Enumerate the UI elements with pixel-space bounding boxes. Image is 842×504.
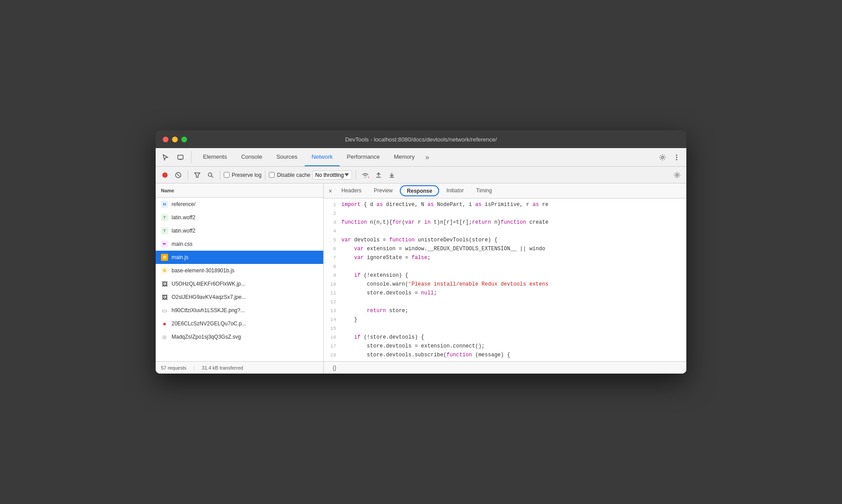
code-line: 10 console.warn('Please install/enable R…	[324, 280, 686, 289]
device-icon[interactable]	[174, 151, 187, 164]
format-button[interactable]: {}	[329, 364, 340, 371]
code-line: 13 return store;	[324, 306, 686, 315]
tab-network[interactable]: Network	[305, 148, 340, 166]
tab-response[interactable]: Response	[400, 185, 439, 196]
code-line: 17 store.devtools = extension.connect();	[324, 342, 686, 351]
file-item[interactable]: 🖼 O2slJEHG9avKV4aqzSx7.jpe...	[156, 290, 323, 304]
tab-elements[interactable]: Elements	[196, 148, 234, 166]
nav-tools	[159, 151, 191, 164]
maximize-button[interactable]	[181, 137, 187, 142]
tab-timing[interactable]: Timing	[470, 183, 498, 198]
main-panel: Name H reference/ T latin.woff2 T	[156, 183, 686, 374]
nav-right-icons	[656, 151, 683, 164]
network-conditions-icon[interactable]	[360, 169, 371, 181]
record-button[interactable]	[159, 169, 171, 181]
file-item[interactable]: H reference/	[156, 198, 323, 211]
code-line: 18 store.devtools.subscribe(function (me…	[324, 351, 686, 359]
response-footer: {}	[324, 361, 686, 374]
file-type-icon: 🖼	[161, 280, 168, 287]
transferred-size: 31.4 kB transferred	[202, 365, 243, 370]
file-type-icon: ⚙	[161, 267, 168, 274]
file-type-icon: ●	[161, 320, 168, 327]
svg-point-10	[208, 173, 212, 176]
code-line: 8	[324, 262, 686, 271]
tab-console[interactable]: Console	[234, 148, 269, 166]
file-item[interactable]: ● 20E6CLcSzNV2GELQu7oC.p...	[156, 317, 323, 330]
main-tabs: Elements Console Sources Network Perform…	[196, 148, 656, 166]
file-item[interactable]: 🖼 U5OHzQL4tEKFr6OFlxWK.jp...	[156, 277, 323, 290]
devtools-body: Elements Console Sources Network Perform…	[156, 148, 686, 374]
import-har-button[interactable]	[373, 169, 384, 181]
code-line: 11 store.devtools = null;	[324, 289, 686, 298]
close-button[interactable]	[163, 137, 168, 142]
file-item[interactable]: T latin.woff2	[156, 211, 323, 224]
close-response-tab[interactable]: ×	[325, 186, 335, 196]
code-line: 12	[324, 298, 686, 306]
toolbar-sep-3	[265, 170, 265, 180]
more-tabs-button[interactable]: »	[422, 148, 433, 166]
disable-cache-checkbox[interactable]	[269, 172, 275, 178]
file-item[interactable]: ◎ MadqZsIZpo1sj3qQ3GsZ.svg	[156, 330, 323, 344]
window-title: DevTools - localhost:8080/docs/devtools/…	[345, 136, 497, 143]
tab-headers[interactable]: Headers	[335, 183, 367, 198]
code-line: 16 if (!store.devtools) {	[324, 333, 686, 342]
file-item[interactable]: ⚙ base-element-3018901b.js	[156, 264, 323, 277]
toolbar-sep-1	[188, 170, 188, 180]
code-area: 1 import { d as directive, N as NodePart…	[324, 199, 686, 361]
clear-button[interactable]	[172, 169, 184, 181]
preserve-log-label[interactable]: Preserve log	[224, 172, 261, 178]
svg-rect-0	[178, 155, 183, 159]
svg-marker-9	[195, 173, 200, 177]
file-item-active[interactable]: ⚙ main.js	[156, 251, 323, 264]
tab-initiator[interactable]: Initiator	[440, 183, 470, 198]
throttle-dropdown[interactable]: No throttling	[312, 171, 352, 179]
filter-button[interactable]	[191, 169, 203, 181]
response-panel: × Headers Preview Response Initiator Tim…	[324, 183, 686, 374]
svg-marker-12	[344, 173, 349, 176]
cursor-icon[interactable]	[159, 151, 172, 164]
disable-cache-label[interactable]: Disable cache	[269, 172, 310, 178]
network-settings-icon[interactable]	[671, 169, 683, 181]
code-line: 15	[324, 324, 686, 333]
file-list-header: Name	[156, 183, 323, 198]
devtools-window: DevTools - localhost:8080/docs/devtools/…	[156, 130, 686, 374]
svg-point-18	[676, 174, 678, 176]
file-type-icon: ▭	[161, 307, 168, 314]
network-toolbar: Preserve log Disable cache No throttling	[156, 167, 686, 183]
code-line: 3 function n(n,t){for(var r in t)n[r]=t[…	[324, 218, 686, 227]
svg-point-4	[676, 157, 677, 158]
file-item[interactable]: ✏ main.css	[156, 237, 323, 251]
svg-line-13	[368, 177, 369, 178]
code-line: 14 }	[324, 315, 686, 324]
settings-icon[interactable]	[656, 151, 669, 164]
more-options-icon[interactable]	[670, 151, 683, 164]
code-line: 9 if (!extension) {	[324, 271, 686, 280]
tab-preview[interactable]: Preview	[367, 183, 399, 198]
code-line: 7 var ignoreState = false;	[324, 253, 686, 262]
code-line: 2	[324, 209, 686, 218]
file-type-icon: 🖼	[161, 294, 168, 301]
search-button[interactable]	[205, 169, 216, 181]
titlebar: DevTools - localhost:8080/docs/devtools/…	[156, 130, 686, 148]
tab-sources[interactable]: Sources	[269, 148, 305, 166]
file-list: Name H reference/ T latin.woff2 T	[156, 183, 324, 374]
requests-count: 57 requests	[161, 365, 186, 370]
tab-performance[interactable]: Performance	[340, 148, 387, 166]
svg-line-8	[177, 174, 180, 176]
status-bar: 57 requests | 31.4 kB transferred	[156, 361, 323, 374]
minimize-button[interactable]	[172, 137, 178, 142]
window-buttons	[163, 137, 187, 142]
svg-point-6	[162, 172, 168, 178]
file-type-icon: ✏	[161, 241, 168, 248]
file-type-icon: ◎	[161, 333, 168, 340]
svg-point-5	[676, 159, 677, 160]
file-item[interactable]: T latin.woff2	[156, 224, 323, 237]
svg-point-3	[676, 154, 677, 156]
file-type-icon: T	[161, 214, 168, 221]
tab-memory[interactable]: Memory	[387, 148, 422, 166]
preserve-log-checkbox[interactable]	[224, 172, 230, 178]
file-item[interactable]: ▭ h90CtfziXluvh1LSSKJE.png?...	[156, 304, 323, 317]
code-line: 4	[324, 227, 686, 236]
toolbar-sep-2	[220, 170, 220, 180]
export-har-button[interactable]	[386, 169, 398, 181]
